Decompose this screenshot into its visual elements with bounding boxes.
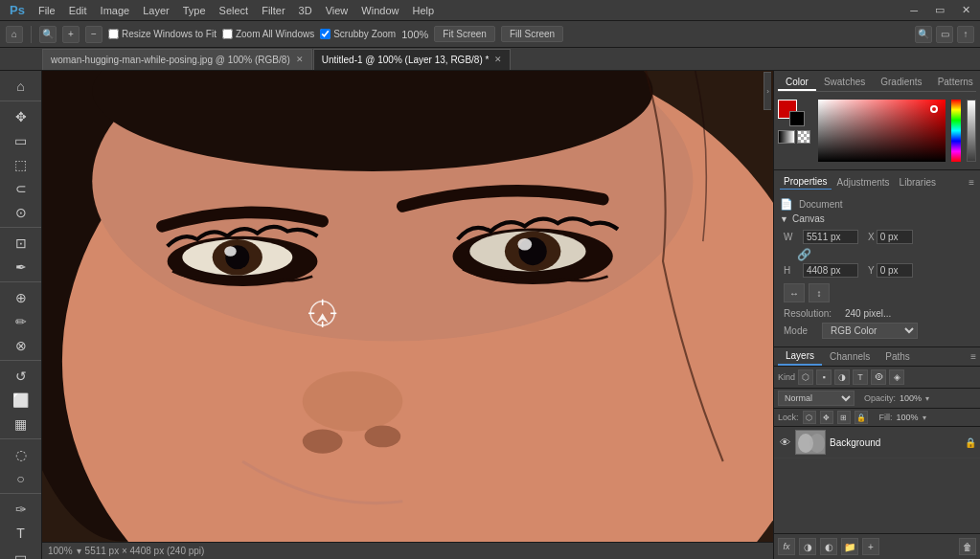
canvas-rotate-icon[interactable]: ↕	[809, 283, 830, 302]
fx-button[interactable]: fx	[778, 538, 795, 555]
rect-select-tool[interactable]: ⬚	[9, 153, 34, 176]
move-tool[interactable]: ✥	[9, 105, 34, 128]
zoom-all-check[interactable]: Zoom All Windows	[222, 29, 314, 39]
menu-filter[interactable]: Filter	[256, 3, 290, 18]
search-icon[interactable]: 🔍	[915, 26, 932, 43]
tab-channels[interactable]: Channels	[822, 348, 877, 365]
lock-all-icon[interactable]: 🔒	[855, 411, 868, 424]
tab-adjustments[interactable]: Adjustments	[833, 175, 894, 190]
blur-tool[interactable]: ◌	[9, 443, 34, 466]
add-adjustment-button[interactable]: ◐	[820, 538, 837, 555]
tab-layers[interactable]: Layers	[778, 347, 822, 366]
link-icon[interactable]: 🔗	[797, 248, 811, 261]
eraser-tool[interactable]: ⬜	[9, 389, 34, 412]
home-icon[interactable]: ⌂	[6, 26, 23, 43]
add-group-button[interactable]: 📁	[841, 538, 858, 555]
tab-untitled[interactable]: Untitled-1 @ 100% (Layer 13, RGB/8) * ✕	[313, 49, 512, 70]
resize-windows-checkbox[interactable]	[108, 29, 119, 39]
clone-tool[interactable]: ⊗	[9, 334, 34, 357]
crop-tool[interactable]: ⊡	[9, 232, 34, 255]
kind-adjustment-icon[interactable]: ◑	[834, 369, 850, 385]
fill-dropdown[interactable]: ▾	[923, 414, 926, 422]
canvas-section[interactable]: ▼ Canvas	[780, 213, 974, 224]
document-section[interactable]: 📄 Document	[780, 195, 974, 213]
gradient-tool[interactable]: ▦	[9, 413, 34, 436]
menu-image[interactable]: Image	[95, 3, 136, 18]
canvas-area[interactable]: 100% ▾ 5511 px × 4408 px (240 ppi)	[42, 71, 773, 559]
zoom-in-button[interactable]: +	[62, 26, 80, 43]
lasso-tool[interactable]: ⊂	[9, 177, 34, 200]
artboard-tool[interactable]: ▭	[9, 129, 34, 152]
tab-color[interactable]: Color	[778, 75, 816, 91]
kind-smart-icon[interactable]: ◈	[889, 369, 904, 385]
fill-screen-button[interactable]: Fill Screen	[501, 26, 563, 42]
tab-swatches[interactable]: Swatches	[816, 75, 873, 91]
eyedropper-tool[interactable]: ✒	[9, 256, 34, 279]
lock-artboard-icon[interactable]: ⊞	[837, 411, 851, 424]
scrubby-zoom-check[interactable]: Scrubby Zoom	[320, 29, 396, 39]
resize-windows-check[interactable]: Resize Windows to Fit	[108, 29, 217, 39]
panel-options-icon[interactable]: ▭	[936, 26, 953, 43]
quick-select-tool[interactable]: ⊙	[9, 201, 34, 224]
tab-untitled-close[interactable]: ✕	[494, 55, 502, 64]
zoom-out-button[interactable]: −	[85, 26, 103, 43]
tab-photo[interactable]: woman-hugging-man-while-posing.jpg @ 100…	[42, 49, 312, 70]
layer-visibility-toggle[interactable]: 👁	[778, 436, 791, 449]
home-tool[interactable]: ⌂	[9, 75, 34, 98]
zoom-options-icon[interactable]: 🔍	[39, 26, 57, 43]
panel-collapse-handle[interactable]: ›	[763, 72, 771, 110]
menu-help[interactable]: Help	[406, 3, 440, 18]
tab-libraries[interactable]: Libraries	[896, 175, 940, 190]
tab-gradients[interactable]: Gradients	[873, 75, 929, 91]
width-input[interactable]	[803, 230, 858, 244]
menu-view[interactable]: View	[320, 3, 354, 18]
mode-select[interactable]: RGB Color	[822, 323, 918, 339]
minimize-button[interactable]: ─	[904, 3, 923, 18]
text-tool[interactable]: T	[9, 522, 34, 545]
opacity-dropdown[interactable]: ▾	[925, 394, 929, 403]
height-input[interactable]	[803, 263, 858, 278]
y-input[interactable]	[877, 263, 913, 278]
scrubby-zoom-checkbox[interactable]	[320, 29, 330, 39]
lock-pixels-icon[interactable]: ⬡	[803, 411, 816, 424]
healing-tool[interactable]: ⊕	[9, 286, 34, 309]
kind-shape-icon[interactable]: ⭗	[871, 369, 886, 385]
menu-type[interactable]: Type	[177, 3, 212, 18]
layers-menu[interactable]: ≡	[970, 351, 976, 362]
menu-layer[interactable]: Layer	[137, 3, 175, 18]
close-button[interactable]: ✕	[956, 2, 976, 18]
kind-all-icon[interactable]: ⬡	[798, 369, 813, 385]
color-gradient-picker[interactable]	[818, 100, 946, 162]
menu-window[interactable]: Window	[355, 3, 404, 18]
menu-edit[interactable]: Edit	[63, 3, 93, 18]
add-mask-button[interactable]: ◑	[799, 538, 816, 555]
kind-pixel-icon[interactable]: ▪	[816, 369, 832, 385]
background-swatch[interactable]	[789, 111, 805, 126]
brush-tool[interactable]: ✏	[9, 310, 34, 333]
fit-screen-button[interactable]: Fit Screen	[434, 26, 495, 42]
tab-photo-close[interactable]: ✕	[296, 55, 304, 64]
layer-row[interactable]: 👁 Background 🔒	[774, 427, 980, 458]
dodge-tool[interactable]: ○	[9, 467, 34, 490]
cloud-icon[interactable]: ↑	[957, 26, 974, 43]
menu-file[interactable]: File	[33, 3, 61, 18]
lock-position-icon[interactable]: ✥	[820, 411, 833, 424]
canvas-fit-icon[interactable]: ↔	[784, 283, 805, 302]
tab-properties[interactable]: Properties	[780, 174, 832, 190]
shape-tool[interactable]: ▭	[9, 546, 34, 559]
tab-patterns[interactable]: Patterns	[930, 75, 980, 91]
menu-3d[interactable]: 3D	[293, 3, 318, 18]
transparent-swatch[interactable]	[797, 130, 810, 144]
gradient-swatch[interactable]	[778, 130, 795, 144]
blend-mode-select[interactable]: Normal	[778, 391, 855, 406]
properties-menu[interactable]: ≡	[969, 177, 974, 188]
add-layer-button[interactable]: +	[862, 538, 879, 555]
kind-type-icon[interactable]: T	[853, 369, 868, 385]
delete-layer-button[interactable]: 🗑	[959, 538, 976, 555]
transparency-slider[interactable]	[967, 100, 976, 162]
history-tool[interactable]: ↺	[9, 365, 34, 388]
zoom-all-checkbox[interactable]	[222, 29, 233, 39]
x-input[interactable]	[877, 230, 913, 244]
menu-select[interactable]: Select	[214, 3, 255, 18]
maximize-button[interactable]: ▭	[929, 2, 950, 18]
